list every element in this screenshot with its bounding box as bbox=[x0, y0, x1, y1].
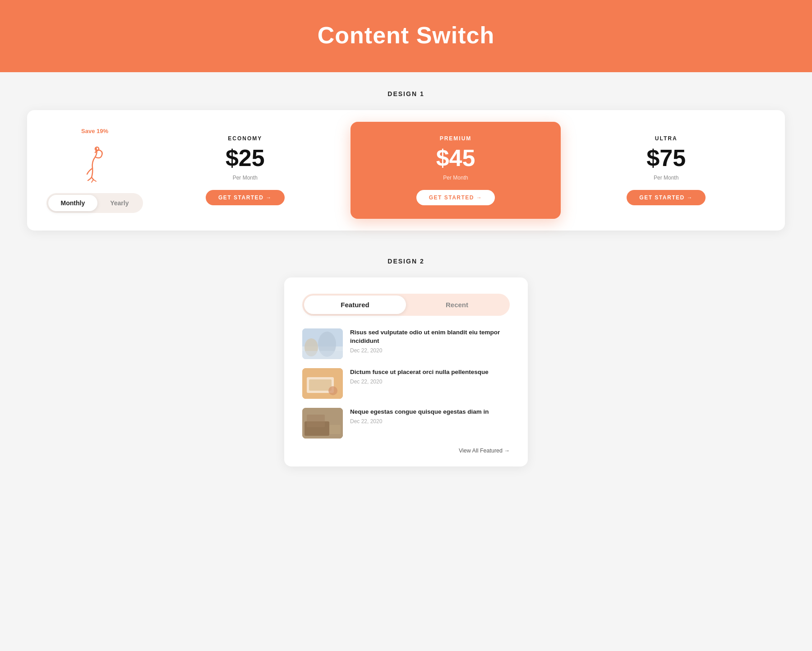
page-title: Content Switch bbox=[0, 22, 812, 49]
premium-tier-price: $45 bbox=[436, 145, 475, 171]
article-item: Dictum fusce ut placerat orci nulla pell… bbox=[302, 368, 510, 399]
recent-tab[interactable]: Recent bbox=[406, 295, 508, 314]
save-label: Save 19% bbox=[81, 128, 108, 134]
premium-get-started-btn[interactable]: GET STARTED → bbox=[416, 190, 495, 205]
thumb-image-1 bbox=[302, 328, 343, 359]
svg-point-9 bbox=[328, 386, 337, 395]
billing-toggle[interactable]: Monthly Yearly bbox=[46, 193, 143, 213]
svg-rect-8 bbox=[309, 379, 332, 391]
economy-tier: ECONOMY $25 Per Month GET STARTED → bbox=[144, 126, 346, 214]
article-thumb-2 bbox=[302, 368, 343, 399]
article-info-2: Dictum fusce ut placerat orci nulla pell… bbox=[350, 368, 510, 385]
article-item: Risus sed vulputate odio ut enim blandit… bbox=[302, 328, 510, 359]
flamingo-icon bbox=[79, 143, 111, 184]
article-title-3: Neque egestas congue quisque egestas dia… bbox=[350, 408, 510, 416]
design1-card: Save 19% Monthly Yearly ECONOMY $25 Per … bbox=[27, 110, 785, 231]
article-thumb-1 bbox=[302, 328, 343, 359]
svg-rect-5 bbox=[302, 351, 343, 359]
view-all[interactable]: View All Featured → bbox=[302, 448, 510, 454]
toggle-section: Save 19% Monthly Yearly bbox=[45, 128, 144, 213]
design2-section: DESIGN 2 Featured Recent bbox=[27, 258, 785, 466]
page-header: Content Switch bbox=[0, 0, 812, 72]
design2-card: Featured Recent bbox=[284, 277, 528, 466]
article-title-2: Dictum fusce ut placerat orci nulla pell… bbox=[350, 368, 510, 377]
economy-get-started-btn[interactable]: GET STARTED → bbox=[206, 190, 285, 205]
thumb-image-2 bbox=[302, 368, 343, 399]
ultra-tier-price: $75 bbox=[646, 145, 686, 171]
economy-tier-period: Per Month bbox=[233, 175, 258, 181]
article-date-3: Dec 22, 2020 bbox=[350, 418, 510, 425]
premium-tier-period: Per Month bbox=[443, 175, 468, 181]
article-list: Risus sed vulputate odio ut enim blandit… bbox=[302, 328, 510, 439]
design2-label: DESIGN 2 bbox=[27, 258, 785, 265]
article-info-3: Neque egestas congue quisque egestas dia… bbox=[350, 408, 510, 425]
thumb-image-3 bbox=[302, 408, 343, 439]
ultra-tier-period: Per Month bbox=[654, 175, 678, 181]
svg-rect-12 bbox=[307, 415, 325, 427]
economy-tier-name: ECONOMY bbox=[228, 135, 262, 142]
premium-tier-name: PREMIUM bbox=[440, 135, 472, 142]
ultra-get-started-btn[interactable]: GET STARTED → bbox=[627, 190, 706, 205]
monthly-toggle-btn[interactable]: Monthly bbox=[48, 195, 98, 211]
article-thumb-3 bbox=[302, 408, 343, 439]
yearly-toggle-btn[interactable]: Yearly bbox=[97, 195, 141, 211]
view-all-link[interactable]: View All Featured → bbox=[459, 448, 510, 454]
ultra-tier-name: ULTRA bbox=[655, 135, 678, 142]
article-title-1: Risus sed vulputate odio ut enim blandit… bbox=[350, 328, 510, 346]
article-date-1: Dec 22, 2020 bbox=[350, 347, 510, 354]
design1-label: DESIGN 1 bbox=[27, 90, 785, 97]
economy-tier-price: $25 bbox=[226, 145, 265, 171]
article-info-1: Risus sed vulputate odio ut enim blandit… bbox=[350, 328, 510, 354]
svg-rect-13 bbox=[329, 425, 341, 434]
premium-tier: PREMIUM $45 Per Month GET STARTED → bbox=[351, 122, 561, 219]
article-item: Neque egestas congue quisque egestas dia… bbox=[302, 408, 510, 439]
ultra-tier: ULTRA $75 Per Month GET STARTED → bbox=[565, 126, 767, 214]
article-date-2: Dec 22, 2020 bbox=[350, 379, 510, 385]
main-content: DESIGN 1 Save 19% Monthly Yearly ECONOMY bbox=[0, 72, 812, 494]
content-tabs[interactable]: Featured Recent bbox=[302, 294, 510, 316]
featured-tab[interactable]: Featured bbox=[304, 295, 406, 314]
